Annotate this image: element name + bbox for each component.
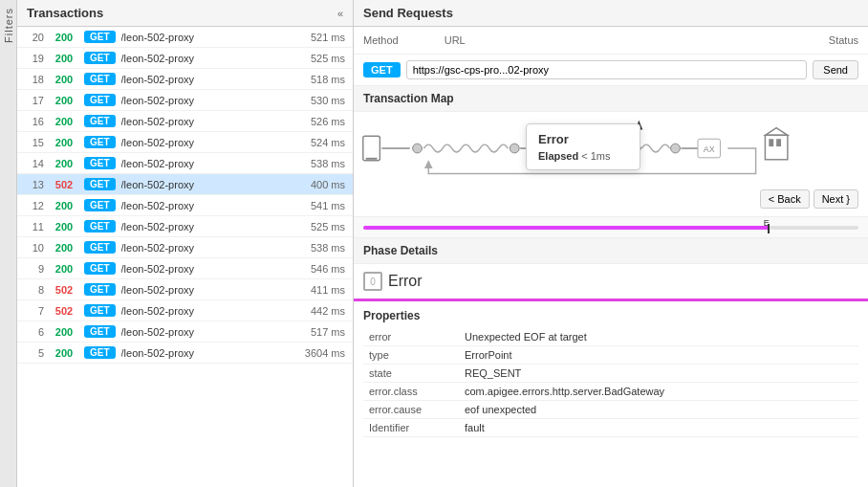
trans-num: 11 [25, 221, 44, 232]
property-value: REQ_SENT [459, 365, 858, 383]
table-row[interactable]: 7 502 GET /leon-502-proxy 442 ms [17, 300, 353, 321]
trans-method: GET [84, 94, 116, 106]
svg-rect-24 [776, 139, 781, 146]
property-row: Identifier fault [363, 419, 858, 437]
table-row[interactable]: 11 200 GET /leon-502-proxy 525 ms [17, 216, 353, 237]
trans-time: 538 ms [295, 158, 345, 169]
trans-num: 13 [25, 179, 44, 190]
property-row: state REQ_SENT [363, 365, 858, 383]
transactions-header: Transactions « [17, 0, 353, 27]
table-row[interactable]: 15 200 GET /leon-502-proxy 524 ms [17, 132, 353, 153]
trans-time: 525 ms [295, 221, 345, 232]
property-value: eof unexpected [459, 401, 858, 419]
transactions-table: 20 200 GET /leon-502-proxy 521 ms 19 200… [17, 27, 353, 487]
trans-status: 200 [50, 53, 78, 64]
method-badge[interactable]: GET [363, 62, 401, 77]
trans-status: 200 [50, 32, 78, 43]
table-row[interactable]: 17 200 GET /leon-502-proxy 530 ms [17, 90, 353, 111]
trans-time: 525 ms [295, 53, 345, 64]
property-value: com.apigee.errors.http.server.BadGateway [459, 383, 858, 401]
trans-num: 14 [25, 158, 44, 169]
property-key: error.class [363, 383, 459, 401]
svg-rect-23 [769, 139, 773, 146]
trans-time: 524 ms [295, 137, 345, 148]
trans-url: /leon-502-proxy [121, 158, 290, 169]
trans-time: 521 ms [295, 32, 345, 43]
trans-num: 16 [25, 116, 44, 127]
trans-time: 442 ms [295, 305, 345, 317]
trans-status: 502 [50, 305, 78, 317]
elapsed-label: Elapsed [538, 150, 578, 162]
trans-method: GET [84, 199, 116, 211]
trans-method: GET [84, 346, 116, 359]
trans-time: 546 ms [295, 263, 345, 275]
trans-num: 5 [25, 347, 44, 359]
send-row: GET Send [354, 55, 868, 86]
properties-table: error Unexpected EOF at target type Erro… [363, 328, 858, 437]
property-value: fault [459, 419, 858, 437]
next-button[interactable]: Next } [814, 189, 858, 209]
trans-time: 411 ms [295, 284, 345, 296]
transaction-map-area: F T T AX [354, 112, 868, 217]
trans-url: /leon-502-proxy [121, 347, 290, 359]
table-row[interactable]: 14 200 GET /leon-502-proxy 538 ms [17, 153, 353, 174]
trans-status: 200 [50, 74, 78, 85]
svg-marker-25 [765, 128, 787, 136]
trans-status: 200 [50, 326, 78, 338]
table-row[interactable]: 12 200 GET /leon-502-proxy 541 ms [17, 195, 353, 216]
phase-details-header: Phase Details [354, 238, 868, 264]
url-input[interactable] [406, 60, 808, 79]
elapsed-value: < 1ms [581, 150, 610, 162]
trans-url: /leon-502-proxy [121, 284, 290, 296]
trans-url: /leon-502-proxy [121, 95, 290, 106]
trans-method: GET [84, 241, 116, 254]
back-button[interactable]: < Back [760, 189, 810, 209]
trans-status: 200 [50, 242, 78, 254]
table-row[interactable]: 13 502 GET /leon-502-proxy 400 ms [17, 174, 353, 195]
property-row: error.class com.apigee.errors.http.serve… [363, 383, 858, 401]
table-row[interactable]: 8 502 GET /leon-502-proxy 411 ms [17, 279, 353, 300]
send-requests-labels: Method URL Status [354, 27, 868, 55]
trans-method: GET [84, 220, 116, 232]
error-tooltip-elapsed: Elapsed < 1ms [538, 150, 628, 162]
trans-url: /leon-502-proxy [121, 137, 290, 148]
table-row[interactable]: 16 200 GET /leon-502-proxy 526 ms [17, 111, 353, 132]
method-label: Method [363, 34, 399, 46]
trans-num: 18 [25, 74, 44, 85]
property-row: type ErrorPoint [363, 346, 858, 365]
table-row[interactable]: 5 200 GET /leon-502-proxy 3604 ms [17, 343, 353, 364]
table-row[interactable]: 6 200 GET /leon-502-proxy 517 ms [17, 321, 353, 343]
trans-status: 200 [50, 116, 78, 127]
trans-num: 8 [25, 284, 44, 296]
table-row[interactable]: 18 200 GET /leon-502-proxy 518 ms [17, 69, 353, 90]
trans-method: GET [84, 73, 116, 85]
table-row[interactable]: 19 200 GET /leon-502-proxy 525 ms [17, 48, 353, 69]
status-label-header: Status [829, 34, 858, 46]
transactions-title: Transactions [27, 6, 103, 20]
table-row[interactable]: 9 200 GET /leon-502-proxy 546 ms [17, 258, 353, 279]
collapse-button[interactable]: « [337, 8, 343, 19]
svg-point-16 [671, 144, 681, 153]
send-requests-title: Send Requests [363, 6, 453, 20]
trans-url: /leon-502-proxy [121, 326, 290, 338]
error-tooltip: Error Elapsed < 1ms [526, 123, 640, 170]
table-row[interactable]: 10 200 GET /leon-502-proxy 538 ms [17, 237, 353, 258]
phase-error-text: Error [388, 273, 423, 290]
table-row[interactable]: 20 200 GET /leon-502-proxy 521 ms [17, 27, 353, 48]
trans-url: /leon-502-proxy [121, 305, 290, 317]
send-button[interactable]: Send [813, 60, 858, 79]
property-key: Identifier [363, 419, 459, 437]
transaction-map-header: Transaction Map [354, 86, 868, 112]
trans-status: 502 [50, 284, 78, 296]
trans-method: GET [84, 157, 116, 169]
progress-bar-track: E [363, 226, 858, 230]
trans-num: 20 [25, 32, 44, 43]
trans-url: /leon-502-proxy [121, 116, 290, 127]
property-key: error.cause [363, 401, 459, 419]
property-key: state [363, 365, 459, 383]
trans-num: 9 [25, 263, 44, 275]
trans-time: 518 ms [295, 74, 345, 85]
trans-num: 17 [25, 95, 44, 106]
trans-status: 200 [50, 158, 78, 169]
error-tooltip-title: Error [538, 132, 628, 146]
